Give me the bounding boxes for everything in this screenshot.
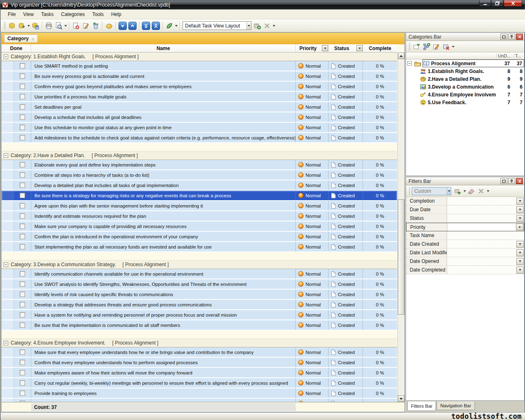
menu-item-tasks[interactable]: Tasks: [37, 10, 57, 18]
leaf-icon[interactable]: [164, 21, 174, 31]
task-complete-cell[interactable]: 0 %: [363, 61, 397, 71]
filter-value-field[interactable]: [447, 231, 524, 240]
filter-dropdown-icon[interactable]: [516, 198, 524, 205]
task-status-cell[interactable]: Created: [329, 211, 363, 221]
save-database-icon[interactable]: [30, 21, 40, 31]
task-status-cell[interactable]: Created: [329, 160, 363, 169]
task-row[interactable]: Be sure that the implementation is commu…: [2, 320, 397, 331]
filters-close-icon[interactable]: [516, 178, 523, 184]
categories-close-icon[interactable]: [516, 34, 523, 40]
task-complete-cell[interactable]: 0 %: [363, 102, 397, 112]
task-name-cell[interactable]: Be sure there is a strategy for managing…: [31, 191, 296, 200]
task-row[interactable]: Confirm the plan is introduced in the op…: [2, 232, 397, 242]
task-complete-cell[interactable]: 0 %: [363, 221, 397, 231]
task-complete-cell[interactable]: 0 %: [363, 310, 397, 320]
done-checkbox[interactable]: [20, 183, 25, 188]
menu-item-help[interactable]: Help: [107, 10, 125, 18]
categories-toolbar-caret[interactable]: [451, 42, 455, 51]
task-status-cell[interactable]: Created: [329, 368, 363, 377]
move-up-icon[interactable]: [128, 21, 137, 31]
collapse-group-icon[interactable]: [4, 262, 8, 267]
task-row[interactable]: Develop a schedule that includes all goa…: [2, 112, 397, 123]
filter-dropdown-icon[interactable]: [516, 258, 524, 265]
tree-category-row[interactable]: 4.Ensure Employee Involvem 7 7: [406, 91, 524, 98]
task-row[interactable]: Confirm that every employee understands …: [2, 358, 397, 368]
tab-filters-bar[interactable]: Filters Bar: [407, 402, 436, 411]
task-row[interactable]: Set deadlines per goal Normal Created 0 …: [2, 102, 397, 112]
task-priority-cell[interactable]: Normal: [296, 290, 329, 299]
minimize-button[interactable]: [479, 0, 491, 7]
task-status-cell[interactable]: Created: [329, 358, 363, 367]
task-row[interactable]: Carry out regular (weekly, bi-weekly) me…: [2, 378, 397, 388]
done-checkbox[interactable]: [20, 380, 25, 386]
scroll-down-icon[interactable]: [398, 395, 404, 402]
task-status-cell[interactable]: Created: [329, 320, 363, 330]
task-priority-cell[interactable]: Normal: [296, 180, 329, 190]
done-checkbox[interactable]: [20, 349, 25, 355]
done-checkbox[interactable]: [20, 302, 25, 307]
task-status-cell[interactable]: Created: [329, 82, 363, 91]
task-priority-cell[interactable]: Normal: [296, 320, 329, 330]
filter-preset-combo[interactable]: Custom: [412, 187, 451, 195]
task-row[interactable]: Elaborate every goal and define key impl…: [2, 160, 397, 170]
filter-row-completion[interactable]: Completion: [406, 197, 524, 205]
filter-value-field[interactable]: [447, 266, 524, 274]
done-checkbox[interactable]: [20, 292, 25, 297]
filter-value-field[interactable]: [447, 197, 524, 205]
done-checkbox[interactable]: [20, 94, 25, 99]
collapse-group-icon[interactable]: [4, 153, 8, 158]
done-checkbox[interactable]: [20, 63, 25, 68]
filter-value-field[interactable]: [447, 249, 524, 257]
task-priority-cell[interactable]: Normal: [296, 123, 329, 132]
filter-dropdown-icon[interactable]: [516, 267, 524, 274]
filter-dropdown-icon[interactable]: [516, 206, 524, 213]
filter-row-status[interactable]: Status: [406, 214, 524, 223]
complete-task-icon[interactable]: [104, 21, 114, 31]
column-header-name[interactable]: Name: [31, 44, 296, 52]
task-name-cell[interactable]: Identify levels of risk caused by specif…: [31, 290, 296, 299]
collapse-group-icon[interactable]: [4, 341, 8, 345]
grid-vertical-scrollbar[interactable]: [397, 52, 404, 402]
tree-root-row[interactable]: Process Alignment 37 37: [406, 59, 524, 67]
task-name-cell[interactable]: Develop a detailed plan that includes al…: [31, 180, 296, 190]
task-status-cell[interactable]: Created: [329, 191, 363, 200]
task-row[interactable]: Start implementing the plan as all neces…: [2, 242, 397, 252]
task-status-cell[interactable]: Created: [329, 123, 363, 132]
restore-button[interactable]: [491, 0, 503, 7]
filter-row-date-completed[interactable]: Date Completed: [406, 266, 524, 274]
tree-category-row[interactable]: 2.Have a Detailed Plan. 9 9: [406, 75, 524, 83]
layout-combo[interactable]: Default Task View Layout: [183, 21, 251, 30]
task-status-cell[interactable]: Created: [329, 232, 363, 241]
task-priority-cell[interactable]: Normal: [296, 388, 329, 398]
task-status-cell[interactable]: Created: [329, 378, 363, 388]
task-priority-cell[interactable]: Normal: [296, 358, 329, 367]
task-status-cell[interactable]: Created: [329, 133, 363, 142]
print-icon[interactable]: [44, 21, 54, 31]
print-preview-caret[interactable]: [64, 21, 67, 30]
task-complete-cell[interactable]: 0 %: [363, 232, 397, 241]
task-name-cell[interactable]: Be sure that the implementation is commu…: [31, 320, 296, 330]
move-down-icon[interactable]: [118, 21, 128, 31]
column-header-complete[interactable]: Complete: [363, 44, 397, 52]
task-priority-cell[interactable]: Normal: [296, 133, 329, 142]
task-row[interactable]: Use priorities if a process has multiple…: [2, 92, 397, 102]
task-status-cell[interactable]: Created: [329, 112, 363, 122]
column-header-status[interactable]: Status: [329, 44, 363, 52]
task-complete-cell[interactable]: 0 %: [363, 358, 397, 367]
done-checkbox[interactable]: [20, 281, 25, 287]
task-complete-cell[interactable]: 0 %: [363, 201, 397, 210]
filter-value-field[interactable]: [447, 240, 524, 248]
task-name-cell[interactable]: Use priorities if a process has multiple…: [31, 92, 296, 101]
filters-restore-icon[interactable]: [500, 178, 507, 184]
task-name-cell[interactable]: Confirm that every employee understands …: [31, 358, 296, 367]
group-header-row[interactable]: Category: 1.Establish Right Goals. [ Pro…: [2, 52, 397, 61]
task-complete-cell[interactable]: 0 %: [363, 290, 397, 299]
move-top-icon[interactable]: [151, 21, 161, 31]
task-row[interactable]: Be sure every process goal is actionable…: [2, 71, 397, 82]
done-checkbox[interactable]: [20, 73, 25, 79]
task-name-cell[interactable]: Add milestones to the schedule to check …: [31, 133, 296, 142]
edit-category-icon[interactable]: [431, 42, 441, 52]
filters-toolbar-caret[interactable]: [486, 187, 490, 196]
delete-layout-icon[interactable]: [262, 21, 272, 31]
save-layout-icon[interactable]: [252, 21, 262, 31]
